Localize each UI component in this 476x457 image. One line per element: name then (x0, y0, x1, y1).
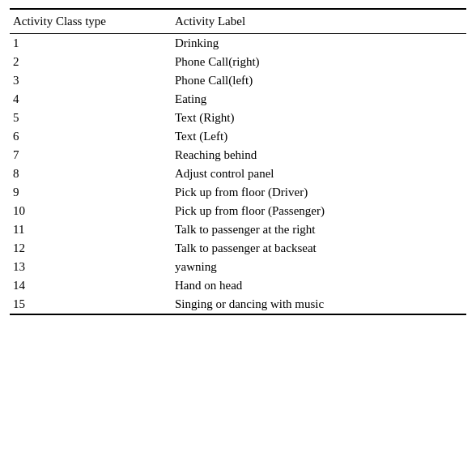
table-row: 11Talk to passenger at the right (10, 220, 466, 239)
cell-class: 3 (10, 71, 172, 90)
cell-class: 8 (10, 164, 172, 183)
cell-label: Text (Right) (172, 109, 466, 127)
cell-label: Eating (172, 90, 466, 109)
table-header-row: Activity Class type Activity Label (10, 9, 466, 34)
table-row: 6Text (Left) (10, 127, 466, 146)
cell-label: Pick up from floor (Passenger) (172, 202, 466, 220)
cell-class: 12 (10, 239, 172, 258)
table-row: 7Reaching behind (10, 146, 466, 164)
table-row: 1Drinking (10, 34, 466, 53)
cell-label: Talk to passenger at the right (172, 220, 466, 239)
cell-label: Adjust control panel (172, 164, 466, 183)
table-row: 4Eating (10, 90, 466, 109)
table-row: 2Phone Call(right) (10, 53, 466, 71)
cell-class: 2 (10, 53, 172, 71)
cell-class: 4 (10, 90, 172, 109)
table-row: 9Pick up from floor (Driver) (10, 183, 466, 202)
table-row: 3Phone Call(left) (10, 71, 466, 90)
cell-class: 5 (10, 109, 172, 127)
table-row: 12Talk to passenger at backseat (10, 239, 466, 258)
cell-class: 14 (10, 276, 172, 295)
cell-class: 15 (10, 295, 172, 314)
cell-class: 13 (10, 258, 172, 276)
cell-class: 1 (10, 34, 172, 53)
cell-label: Singing or dancing with music (172, 295, 466, 314)
cell-class: 6 (10, 127, 172, 146)
table-row: 14Hand on head (10, 276, 466, 295)
cell-label: Pick up from floor (Driver) (172, 183, 466, 202)
table-row: 10Pick up from floor (Passenger) (10, 202, 466, 220)
table-row: 15Singing or dancing with music (10, 295, 466, 314)
cell-label: Talk to passenger at backseat (172, 239, 466, 258)
cell-label: Hand on head (172, 276, 466, 295)
cell-class: 11 (10, 220, 172, 239)
cell-label: Reaching behind (172, 146, 466, 164)
cell-label: Phone Call(right) (172, 53, 466, 71)
cell-label: Drinking (172, 34, 466, 53)
table-row: 13yawning (10, 258, 466, 276)
cell-label: yawning (172, 258, 466, 276)
activity-table: Activity Class type Activity Label 1Drin… (10, 8, 466, 315)
cell-class: 10 (10, 202, 172, 220)
cell-class: 9 (10, 183, 172, 202)
table-row: 8Adjust control panel (10, 164, 466, 183)
cell-label: Phone Call(left) (172, 71, 466, 90)
header-label: Activity Label (172, 9, 466, 34)
table-row: 5Text (Right) (10, 109, 466, 127)
cell-label: Text (Left) (172, 127, 466, 146)
header-class: Activity Class type (10, 9, 172, 34)
cell-class: 7 (10, 146, 172, 164)
